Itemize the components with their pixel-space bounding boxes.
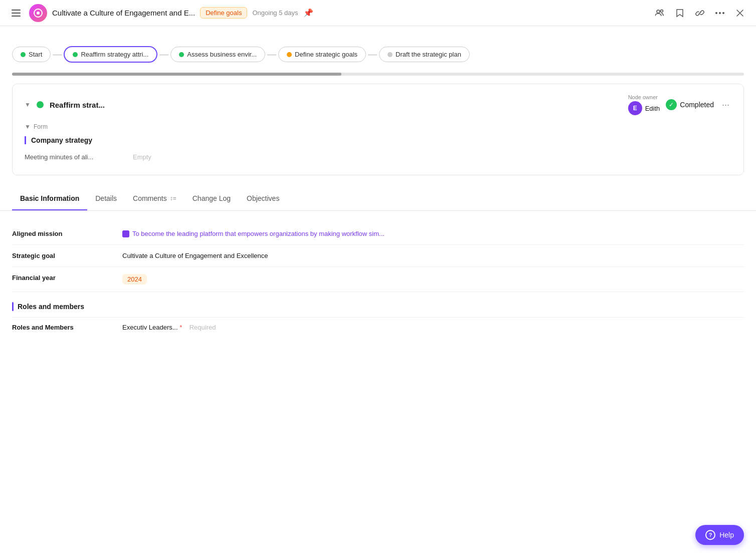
owner-name: Edith — [645, 105, 660, 112]
people-button[interactable] — [652, 5, 668, 21]
header-goal-badge[interactable]: Define goals — [200, 7, 247, 19]
year-badge: 2024 — [122, 274, 147, 285]
flow-nodes-container: Start — Reaffirm strategy attri... — Ass… — [12, 46, 744, 63]
svg-point-9 — [722, 12, 724, 14]
svg-rect-2 — [12, 16, 21, 17]
header-actions — [652, 5, 748, 21]
pin-icon[interactable]: 📌 — [303, 8, 313, 18]
strategic-goal-value: Cultivate a Culture of Engagement and Ex… — [122, 252, 744, 259]
roles-members-text: Executiv Leaders... — [122, 324, 178, 331]
dot-green-icon-3 — [179, 52, 184, 57]
svg-point-8 — [719, 12, 721, 14]
tab-details[interactable]: Details — [87, 187, 125, 210]
form-label: Form — [34, 123, 48, 130]
form-meeting-value: Empty — [133, 153, 151, 161]
tab-objectives-label: Objectives — [247, 194, 279, 202]
form-section: ▼ Form Company strategy Meeting minutes … — [25, 123, 731, 165]
node-pill-reaffirm[interactable]: Reaffirm strategy attri... — [64, 46, 157, 63]
roles-members-label: Roles and Members — [12, 324, 122, 331]
node-status-dot — [37, 101, 44, 108]
node-label-reaffirm: Reaffirm strategy attri... — [81, 51, 148, 58]
flow-arrow-1: — — [51, 49, 64, 60]
collapse-arrow-icon[interactable]: ▼ — [25, 101, 31, 108]
financial-year-value: 2024 — [122, 274, 744, 285]
flow-node-draft[interactable]: Draft the strategic plan — [379, 47, 470, 62]
node-label-start: Start — [29, 51, 42, 58]
tab-basic-information[interactable]: Basic Information — [12, 187, 87, 210]
form-label-row[interactable]: ▼ Form — [25, 123, 731, 130]
progress-bar-bg — [12, 73, 744, 76]
tab-comments-badge: ↕= — [170, 195, 176, 202]
page-title: Cultivate a Culture of Engagement and E.… — [52, 9, 195, 17]
mission-dot-icon — [122, 230, 129, 237]
tabs-bar: Basic Information Details Comments ↕= Ch… — [0, 187, 756, 211]
close-button[interactable] — [732, 5, 748, 21]
financial-year-row: Financial year 2024 — [12, 267, 744, 292]
flow-diagram: Start — Reaffirm strategy attri... — Ass… — [0, 26, 756, 73]
financial-year-label: Financial year — [12, 274, 122, 282]
sidebar-toggle-button[interactable] — [8, 5, 24, 21]
node-pill-assess[interactable]: Assess business envir... — [170, 47, 265, 62]
flow-arrow-3: — — [265, 49, 278, 60]
strategic-goal-label: Strategic goal — [12, 252, 122, 259]
help-icon-text: ? — [709, 532, 712, 538]
form-meeting-label: Meeting minutes of ali... — [25, 153, 125, 161]
node-card-header: ▼ Reaffirm strat... Node owner E Edith ✓… — [25, 94, 731, 115]
flow-arrow-4: — — [366, 49, 379, 60]
help-label: Help — [719, 531, 734, 539]
tab-changelog-label: Change Log — [193, 194, 231, 202]
node-card-title: Reaffirm strat... — [50, 101, 622, 109]
form-meeting-row: Meeting minutes of ali... Empty — [25, 149, 731, 165]
flow-node-start[interactable]: Start — [12, 47, 51, 62]
help-button[interactable]: ? Help — [695, 525, 744, 545]
node-label-define: Define strategic goals — [295, 51, 357, 58]
tab-comments-label: Comments — [133, 194, 167, 202]
node-more-button[interactable]: ··· — [720, 100, 731, 110]
roles-members-row: Roles and Members Executiv Leaders... * … — [12, 317, 744, 337]
tab-comments[interactable]: Comments ↕= — [125, 187, 184, 210]
main-content: Start — Reaffirm strategy attri... — Ass… — [0, 26, 756, 557]
completed-check-icon: ✓ — [666, 99, 677, 110]
link-button[interactable] — [692, 5, 708, 21]
dot-green-icon-2 — [73, 52, 78, 57]
node-pill-start[interactable]: Start — [12, 47, 51, 62]
progress-area — [0, 73, 756, 84]
node-owner-label: Node owner — [628, 94, 660, 100]
svg-point-5 — [657, 10, 660, 13]
header-status: Ongoing 5 days — [252, 9, 298, 17]
svg-point-7 — [715, 12, 717, 14]
more-options-button[interactable] — [712, 5, 728, 21]
node-pill-draft[interactable]: Draft the strategic plan — [379, 47, 470, 62]
roles-required-placeholder: Required — [190, 324, 216, 331]
node-label-assess: Assess business envir... — [187, 51, 257, 58]
tab-details-label: Details — [95, 194, 117, 202]
flow-arrow-2: — — [157, 49, 170, 60]
roles-members-value: Executiv Leaders... * Required — [122, 324, 216, 331]
help-icon: ? — [705, 530, 715, 540]
flow-node-reaffirm[interactable]: Reaffirm strategy attri... — [64, 46, 157, 63]
flow-node-assess[interactable]: Assess business envir... — [170, 47, 265, 62]
flow-node-define[interactable]: Define strategic goals — [278, 47, 366, 62]
tab-objectives[interactable]: Objectives — [239, 187, 287, 210]
aligned-mission-text: To become the leading platform that empo… — [132, 230, 385, 237]
node-pill-define[interactable]: Define strategic goals — [278, 47, 366, 62]
svg-rect-1 — [12, 13, 21, 14]
svg-point-4 — [37, 12, 40, 15]
roles-section-title: Roles and members — [18, 303, 84, 311]
svg-point-6 — [661, 10, 663, 12]
owner-badge: E Edith — [628, 101, 660, 115]
aligned-mission-label: Aligned mission — [12, 230, 122, 237]
strategic-goal-row: Strategic goal Cultivate a Culture of En… — [12, 245, 744, 267]
node-owner-section: Node owner E Edith — [628, 94, 660, 115]
form-collapse-icon: ▼ — [25, 123, 31, 130]
tab-change-log[interactable]: Change Log — [184, 187, 239, 210]
completed-badge: ✓ Completed — [666, 99, 714, 110]
svg-rect-0 — [12, 10, 21, 11]
form-company-strategy: Company strategy — [25, 136, 731, 144]
bookmark-button[interactable] — [672, 5, 688, 21]
progress-bar-fill — [12, 73, 341, 76]
owner-avatar: E — [628, 101, 642, 115]
dot-yellow-icon — [287, 52, 292, 57]
aligned-mission-value[interactable]: To become the leading platform that empo… — [122, 230, 744, 237]
node-detail-card: ▼ Reaffirm strat... Node owner E Edith ✓… — [12, 84, 744, 175]
